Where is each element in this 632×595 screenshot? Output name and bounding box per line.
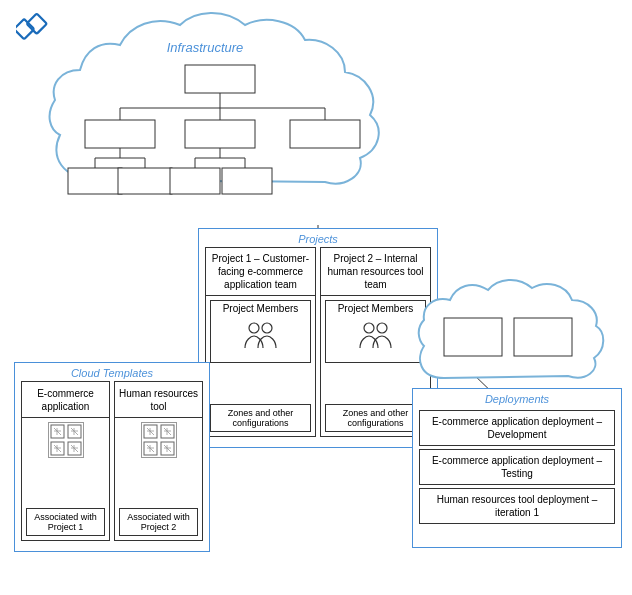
svg-line-57 xyxy=(147,445,154,452)
project-2-zones: Zones and other configurations xyxy=(325,404,426,432)
svg-rect-20 xyxy=(118,168,172,194)
project-1-card: Project 1 – Customer-facing e-commerce a… xyxy=(205,247,316,437)
svg-rect-6 xyxy=(185,65,255,93)
projects-label: Projects xyxy=(199,229,437,247)
svg-rect-14 xyxy=(290,120,360,148)
svg-rect-63 xyxy=(444,318,502,356)
template-1-assoc: Associated with Project 1 xyxy=(26,508,105,536)
template-1-title: E-commerce application xyxy=(22,382,109,418)
template-2-icon xyxy=(141,422,177,458)
project-1-members-label: Project Members xyxy=(223,303,299,314)
template-2-card: Human resources tool xyxy=(114,381,203,541)
projects-panel: Projects Project 1 – Customer-facing e-c… xyxy=(198,228,438,448)
project-2-members: Project Members xyxy=(325,300,426,363)
svg-rect-13 xyxy=(185,120,255,148)
templates-label: Cloud Templates xyxy=(15,363,209,381)
svg-line-38 xyxy=(71,428,78,435)
svg-line-41 xyxy=(54,445,61,452)
project-1-zones: Zones and other configurations xyxy=(210,404,311,432)
template-2-assoc: Associated with Project 2 xyxy=(119,508,198,536)
deploy-item-1: E-commerce application deployment – Deve… xyxy=(419,410,615,446)
svg-line-44 xyxy=(71,445,78,452)
templates-inner: E-commerce application xyxy=(15,381,209,547)
templates-panel: Cloud Templates E-commerce application xyxy=(14,362,210,552)
infrastructure-cloud: Infrastructure xyxy=(40,0,420,230)
svg-line-60 xyxy=(164,445,171,452)
svg-rect-25 xyxy=(170,168,220,194)
svg-point-29 xyxy=(364,323,374,333)
svg-rect-26 xyxy=(222,168,272,194)
deploy-item-3: Human resources tool deployment – iterat… xyxy=(419,488,615,524)
svg-text:Infrastructure: Infrastructure xyxy=(167,40,244,55)
svg-point-30 xyxy=(377,323,387,333)
deployments-panel: Deployments E-commerce application deplo… xyxy=(412,388,622,548)
people-icon-2 xyxy=(358,318,394,358)
project-2-members-label: Project Members xyxy=(338,303,414,314)
svg-line-35 xyxy=(54,428,61,435)
project-1-members: Project Members xyxy=(210,300,311,363)
svg-line-54 xyxy=(164,428,171,435)
svg-point-28 xyxy=(262,323,272,333)
svg-line-51 xyxy=(147,428,154,435)
svg-rect-64 xyxy=(514,318,572,356)
svg-rect-12 xyxy=(85,120,155,148)
project-1-title: Project 1 – Customer-facing e-commerce a… xyxy=(206,248,315,296)
svg-point-27 xyxy=(249,323,259,333)
deployments-label: Deployments xyxy=(413,389,621,407)
template-2-title: Human resources tool xyxy=(115,382,202,418)
template-1-icon xyxy=(48,422,84,458)
svg-rect-19 xyxy=(68,168,122,194)
projects-inner: Project 1 – Customer-facing e-commerce a… xyxy=(199,247,437,443)
people-icon-1 xyxy=(243,318,279,358)
deploy-item-2: E-commerce application deployment – Test… xyxy=(419,449,615,485)
deployments-cloud xyxy=(414,268,624,398)
template-1-card: E-commerce application xyxy=(21,381,110,541)
